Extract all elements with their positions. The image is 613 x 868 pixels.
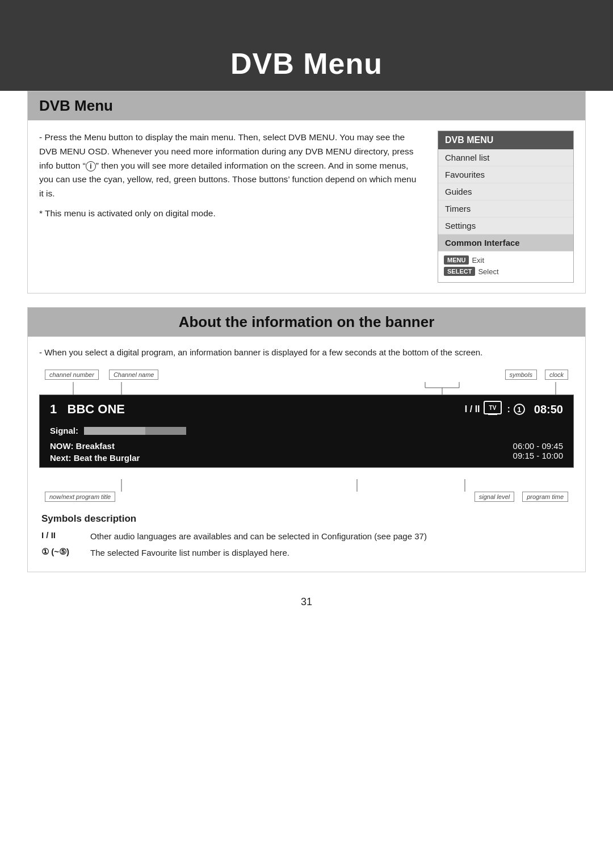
signal-level-label: signal level <box>475 492 514 502</box>
menu-item-channel-list[interactable]: Channel list <box>438 149 573 166</box>
program-right: 06:00 - 09:45 09:15 - 10:00 <box>513 441 563 463</box>
banner-display: 1 BBC ONE I / II TV <box>39 395 574 468</box>
tv-symbol-icon: TV <box>484 401 502 416</box>
menu-btn-label: Exit <box>472 256 484 265</box>
left-labels: channel number Channel name <box>45 370 158 380</box>
banner-programs: NOW: Breakfast Next: Beat the Burglar 06… <box>40 439 573 467</box>
audio-symbol: I / II <box>465 404 480 414</box>
dvb-menu-desc-para1: - Press the Menu button to display the m… <box>39 131 421 201</box>
ctrl-menu-row: MENU Exit <box>444 255 568 265</box>
menu-item-settings[interactable]: Settings <box>438 217 573 234</box>
banner-channel-info: 1 BBC ONE <box>50 402 125 417</box>
program-left: NOW: Breakfast Next: Beat the Burglar <box>50 441 140 463</box>
now-next-label: now/next program title <box>45 492 115 502</box>
dvb-menu-section: DVB Menu - Press the Menu button to disp… <box>27 91 586 293</box>
symbols-label: symbols <box>505 370 537 380</box>
dvb-menu-content: - Press the Menu button to display the m… <box>28 120 585 293</box>
dvb-menu-panel: DVB MENU Channel list Favourites Guides … <box>438 131 574 283</box>
connector-svg-top <box>39 382 574 395</box>
symbol-key-1: I / II <box>41 530 81 540</box>
symbol-key-2: ① (~⑤) <box>41 547 81 557</box>
favourite-number: 1 <box>514 404 525 415</box>
now-program: NOW: Breakfast <box>50 441 140 451</box>
banner-intro-text: - When you select a digital program, an … <box>39 346 574 359</box>
menu-btn: MENU <box>444 255 469 265</box>
page-number: 31 <box>27 586 586 614</box>
menu-item-common-interface[interactable]: Common Interface <box>438 234 573 251</box>
dvb-menu-panel-header: DVB MENU <box>438 131 573 149</box>
banner-right-info: I / II TV : 1 <box>465 401 563 418</box>
next-time: 09:15 - 10:00 <box>513 451 563 460</box>
banner-heading: About the information on the banner <box>39 313 574 331</box>
banner-clock: 08:50 <box>534 403 563 416</box>
connector-lines-top <box>39 382 574 395</box>
banner-symbols: I / II TV : 1 <box>465 401 525 418</box>
connector-lines-bottom <box>39 479 574 492</box>
next-program: Next: Beat the Burglar <box>50 453 140 463</box>
select-btn-label: Select <box>478 267 498 276</box>
banner-channel-number: 1 <box>50 402 57 416</box>
symbol-row-1: I / II Other audio languages are availab… <box>41 530 572 543</box>
menu-item-timers[interactable]: Timers <box>438 200 573 217</box>
banner-top-labels: channel number Channel name symbols cloc… <box>39 370 574 382</box>
tv-icon: TV <box>484 401 502 418</box>
top-header: DVB Menu <box>0 0 613 91</box>
signal-bar-fill <box>84 427 145 435</box>
dvb-menu-controls: MENU Exit SELECT Select <box>438 251 573 282</box>
menu-item-guides[interactable]: Guides <box>438 183 573 200</box>
svg-text:TV: TV <box>489 405 496 411</box>
dvb-menu-desc-note: * This menu is activated only on digital… <box>39 207 421 221</box>
ctrl-select-row: SELECT Select <box>444 267 568 276</box>
channel-name-label: Channel name <box>109 370 159 380</box>
right-labels: symbols clock <box>505 370 568 380</box>
connector-svg-bottom <box>39 479 574 492</box>
symbol-row-2: ① (~⑤) The selected Favourite list numbe… <box>41 547 572 560</box>
symbol-desc-1: Other audio languages are availables and… <box>90 530 427 543</box>
channel-number-label: channel number <box>45 370 99 380</box>
banner-title-bar: About the information on the banner <box>28 308 585 337</box>
symbols-description: Symbols description I / II Other audio l… <box>39 513 574 559</box>
signal-row: Signal: <box>40 423 573 439</box>
banner-channel-name: BBC ONE <box>68 402 125 416</box>
banner-bottom-labels: now/next program title signal level prog… <box>39 492 574 502</box>
program-time-label: program time <box>522 492 568 502</box>
now-time: 06:00 - 09:45 <box>513 441 563 451</box>
clock-label: clock <box>545 370 568 380</box>
page-main-title: DVB Menu <box>230 47 383 81</box>
banner-section-content: - When you select a digital program, an … <box>28 337 585 572</box>
banner-main-row: 1 BBC ONE I / II TV <box>40 395 573 423</box>
signal-label: Signal: <box>50 426 78 435</box>
banner-diagram-container: channel number Channel name symbols cloc… <box>39 370 574 502</box>
select-btn: SELECT <box>444 267 475 276</box>
bottom-right-labels: signal level program time <box>475 492 568 502</box>
banner-section: About the information on the banner - Wh… <box>27 307 586 572</box>
signal-bar-background <box>84 427 186 435</box>
dvb-menu-heading: DVB Menu <box>39 97 574 115</box>
dvb-menu-description: - Press the Menu button to display the m… <box>39 131 421 283</box>
symbols-desc-heading: Symbols description <box>41 513 572 525</box>
menu-item-favourites[interactable]: Favourites <box>438 166 573 183</box>
dvb-menu-title-bar: DVB Menu <box>28 91 585 120</box>
symbol-desc-2: The selected Favourite list number is di… <box>90 547 289 560</box>
